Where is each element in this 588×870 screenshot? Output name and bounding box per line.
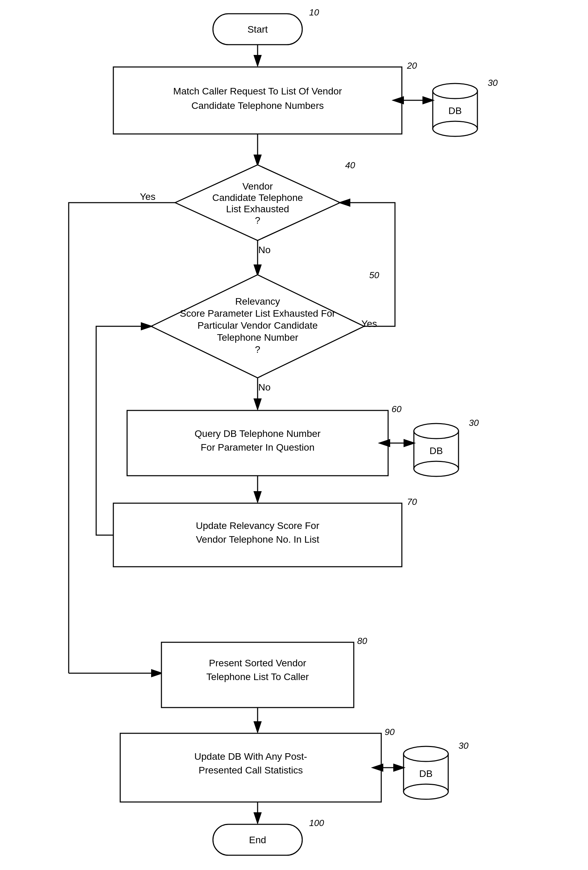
vendor-exhausted-node: Vendor Candidate Telephone List Exhauste… — [175, 160, 355, 240]
svg-point-4 — [433, 121, 478, 136]
query-line1: Query DB Telephone Number — [195, 428, 321, 439]
rel-yes-label: Yes — [361, 319, 377, 329]
match-label-line1: Match Caller Request To List Of Vendor — [173, 86, 342, 97]
present-ref: 80 — [357, 636, 367, 646]
db-cylinder-2: DB 30 — [414, 418, 479, 477]
update-rel-line1: Update Relevancy Score For — [196, 520, 319, 531]
match-label-line2: Candidate Telephone Numbers — [191, 100, 324, 111]
rel-line5: ? — [255, 344, 261, 355]
present-node: Present Sorted Vendor Telephone List To … — [161, 636, 367, 708]
svg-point-15 — [403, 746, 448, 761]
db1-ref: 30 — [488, 77, 498, 88]
db3-ref: 30 — [458, 740, 469, 751]
update-rel-line2: Vendor Telephone No. In List — [196, 534, 319, 545]
svg-point-9 — [414, 423, 458, 439]
present-line2: Telephone List To Caller — [207, 672, 309, 682]
vendor-ref: 40 — [345, 160, 355, 170]
update-db-line1: Update DB With Any Post- — [194, 751, 307, 762]
diagram-container: Start 10 Match Caller Request To List Of… — [0, 0, 588, 870]
end-label: End — [249, 834, 266, 845]
vendor-no-label: No — [258, 244, 271, 255]
rel-line1: Relevancy — [235, 296, 280, 307]
end-node: End 100 — [213, 818, 324, 855]
match-ref: 20 — [406, 60, 417, 71]
db3-label: DB — [419, 768, 433, 779]
db1-label: DB — [448, 106, 462, 116]
rel-no-label: No — [258, 382, 271, 393]
query-line2: For Parameter In Question — [201, 442, 314, 453]
db2-ref: 30 — [469, 418, 479, 428]
rel-ref: 50 — [369, 270, 379, 280]
end-ref: 100 — [309, 818, 324, 828]
relevancy-exhausted-node: Relevancy Score Parameter List Exhausted… — [151, 270, 379, 378]
vendor-yes-label: Yes — [140, 191, 156, 202]
update-db-line2: Presented Call Statistics — [198, 765, 302, 776]
vendor-exhausted-line3: List Exhausted — [226, 204, 289, 215]
query-ref: 60 — [392, 404, 402, 414]
start-label: Start — [247, 24, 268, 35]
db2-label: DB — [430, 445, 443, 456]
start-node: Start 10 — [213, 7, 319, 45]
update-relevancy-node: Update Relevancy Score For Vendor Teleph… — [113, 497, 417, 567]
svg-point-16 — [403, 784, 448, 799]
match-node: Match Caller Request To List Of Vendor C… — [113, 60, 417, 134]
query-db-node: Query DB Telephone Number For Parameter … — [127, 404, 402, 476]
update-db-node: Update DB With Any Post- Presented Call … — [120, 727, 394, 802]
rel-line4: Telephone Number — [217, 332, 298, 343]
db-cylinder-3: DB 30 — [403, 740, 469, 799]
present-line1: Present Sorted Vendor — [209, 658, 306, 668]
vendor-exhausted-line1: Vendor — [243, 181, 273, 192]
db-cylinder-1: DB 30 — [433, 77, 498, 136]
rel-line2: Score Parameter List Exhausted For — [180, 308, 336, 319]
update-rel-ref: 70 — [407, 497, 417, 507]
start-ref: 10 — [309, 7, 319, 18]
update-db-ref: 90 — [385, 727, 394, 737]
svg-point-10 — [414, 461, 458, 477]
svg-point-3 — [433, 83, 478, 98]
vendor-exhausted-line4: ? — [255, 215, 261, 226]
vendor-exhausted-line2: Candidate Telephone — [212, 192, 303, 203]
rel-line3: Particular Vendor Candidate — [198, 320, 318, 331]
arrow-rel-yes-right — [340, 203, 395, 326]
